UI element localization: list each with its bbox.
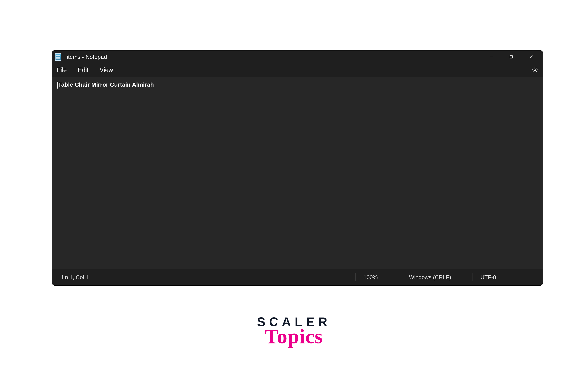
minimize-button[interactable] (481, 50, 501, 63)
brand-watermark: SCALER Topics (257, 315, 331, 348)
maximize-button[interactable] (501, 50, 521, 63)
editor-content: Table Chair Mirror Curtain Almirah (58, 81, 539, 88)
titlebar[interactable]: items - Notepad (52, 50, 543, 63)
notepad-window: items - Notepad File Edit View (52, 50, 543, 286)
status-encoding[interactable]: UTF-8 (472, 273, 543, 281)
menubar: File Edit View (52, 63, 543, 77)
brand-line-2: Topics (257, 325, 331, 348)
status-zoom[interactable]: 100% (355, 273, 401, 281)
menu-edit[interactable]: Edit (78, 66, 88, 74)
status-cursor-position: Ln 1, Col 1 (52, 274, 355, 280)
svg-rect-1 (510, 56, 512, 58)
svg-point-4 (534, 69, 536, 71)
close-button[interactable] (521, 50, 541, 63)
window-title: items - Notepad (67, 54, 107, 60)
settings-button[interactable] (532, 66, 538, 74)
menu-file[interactable]: File (57, 66, 67, 74)
notepad-icon (55, 53, 61, 61)
menu-view[interactable]: View (100, 66, 113, 74)
text-editor[interactable]: Table Chair Mirror Curtain Almirah (52, 77, 543, 269)
status-line-ending[interactable]: Windows (CRLF) (401, 273, 472, 281)
text-caret (57, 82, 58, 88)
status-bar: Ln 1, Col 1 100% Windows (CRLF) UTF-8 (52, 269, 543, 285)
